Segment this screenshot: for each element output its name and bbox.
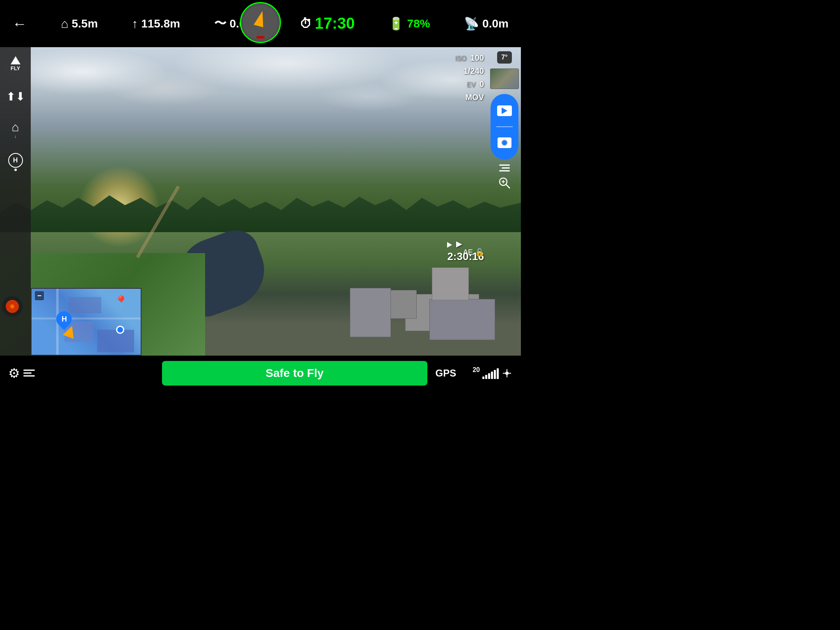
download-button[interactable]: ⬆⬇ xyxy=(3,84,28,109)
rec-icon xyxy=(497,105,512,116)
gear-icon: ⚙ xyxy=(8,365,20,381)
battery-stat: 🔋 78% xyxy=(388,16,430,31)
main-view: FLY ⬆⬇ ⌂ ↓ H ISO 100 1/240 EV 0 MOV xyxy=(0,47,521,356)
sliders-icon xyxy=(499,164,510,171)
timer-value: 17:30 xyxy=(315,15,355,32)
ae-label: AE xyxy=(463,248,473,257)
beacon-icon xyxy=(6,300,19,313)
battery-icon: 🔋 xyxy=(388,16,404,31)
fly-arrow-icon xyxy=(11,56,21,64)
shutter-setting: 1/240 xyxy=(455,64,484,78)
filter-settings-button[interactable] xyxy=(499,164,510,171)
ae-lock-indicator: AE 🔓 xyxy=(463,248,484,257)
bottom-bar: ⚙ Safe to Fly GPS 20 xyxy=(0,356,521,390)
rec-indicator: ▶ xyxy=(447,240,484,249)
minimap[interactable]: − 📍 H xyxy=(31,288,142,356)
signal-bar-2 xyxy=(485,375,487,379)
minimap-user-position xyxy=(116,326,124,334)
pin-dot-icon xyxy=(14,169,17,171)
map-building-3 xyxy=(68,297,101,313)
compass-ring xyxy=(240,2,281,43)
lock-icon: 🔓 xyxy=(475,248,484,257)
satellite-icon xyxy=(501,368,513,379)
iso-setting: ISO 100 xyxy=(455,51,484,64)
home-side-icon: ⌂ xyxy=(11,120,19,134)
signal-bars xyxy=(482,368,499,379)
search-icon xyxy=(498,176,511,189)
back-button[interactable]: ← xyxy=(12,15,27,32)
record-button[interactable] xyxy=(491,94,518,160)
signal-count: 20 xyxy=(472,366,480,374)
building-5 xyxy=(432,267,469,300)
svg-line-1 xyxy=(506,185,510,188)
battery-value: 78% xyxy=(407,17,430,30)
search-zoom-button[interactable] xyxy=(498,176,511,191)
signal-strength-indicator: 20 xyxy=(472,368,513,379)
menu-lines-icon xyxy=(23,370,35,377)
format-value: MOV xyxy=(465,93,484,102)
iso-value: 100 xyxy=(470,53,484,62)
format-setting: MOV xyxy=(455,91,484,104)
top-bar: ← ⌂ 5.5m ↑ 115.8m 〜 0.0m/s ⏱ 17:30 🔋 78%… xyxy=(0,0,521,47)
right-sidebar: 7° xyxy=(488,47,521,356)
beacon-dot xyxy=(10,304,14,308)
timer-stat: ⏱ 17:30 xyxy=(299,15,355,32)
settings-button[interactable]: ⚙ xyxy=(8,365,35,381)
iso-label: ISO xyxy=(455,55,467,62)
altitude-value: 115.8m xyxy=(141,17,180,30)
gps-label: GPS xyxy=(436,368,457,379)
signal-bar-3 xyxy=(488,373,490,379)
rec-divider xyxy=(496,126,513,127)
map-building-2 xyxy=(97,330,134,352)
ev-value: 0 xyxy=(479,80,484,89)
signal-bar-6 xyxy=(497,368,499,379)
altitude-icon: ↑ xyxy=(132,17,138,31)
video-record-icon xyxy=(497,105,512,116)
rec-triangle-icon xyxy=(502,107,507,114)
building-3 xyxy=(350,288,391,337)
home-button[interactable]: ⌂ ↓ xyxy=(3,117,28,142)
play-icon xyxy=(447,242,452,248)
fly-mode-button[interactable]: FLY xyxy=(3,51,28,76)
cam-body xyxy=(498,137,511,148)
signal-icon: 📡 xyxy=(464,16,479,31)
camera-angle-badge: 7° xyxy=(497,51,511,64)
h-circle-icon: H xyxy=(8,153,23,168)
home-distance-value: 5.5m xyxy=(72,17,98,30)
ev-label: EV xyxy=(467,81,475,88)
minimap-location-pin: 📍 xyxy=(114,295,128,308)
home-icon: ⌂ xyxy=(61,17,68,31)
map-road-horizontal xyxy=(32,317,141,320)
signal-bar-1 xyxy=(482,377,484,379)
waypoint-button[interactable]: H xyxy=(3,150,28,174)
altitude-stat: ↑ 115.8m xyxy=(132,17,180,31)
ev-setting: EV 0 xyxy=(455,78,484,91)
minimap-zoom-out-button[interactable]: − xyxy=(35,291,44,300)
signal-bar-5 xyxy=(494,370,496,379)
fly-label: FLY xyxy=(11,65,20,71)
building-4 xyxy=(429,299,495,340)
signal-bar-4 xyxy=(491,372,493,379)
compass-arrow xyxy=(253,10,267,27)
signal-value: 0.0m xyxy=(482,17,509,30)
clouds xyxy=(0,47,521,171)
camera-settings-panel: ISO 100 1/240 EV 0 MOV xyxy=(455,51,484,104)
home-distance-stat: ⌂ 5.5m xyxy=(61,17,98,31)
svg-point-4 xyxy=(505,372,509,375)
signal-stat: 📡 0.0m xyxy=(464,16,509,31)
compass-container xyxy=(240,2,281,43)
camera-capture-icon xyxy=(498,137,511,148)
timer-icon: ⏱ xyxy=(299,17,312,31)
speed-icon: 〜 xyxy=(214,15,226,32)
download-icon: ⬆⬇ xyxy=(6,90,25,103)
beacon-button[interactable] xyxy=(2,296,23,317)
cam-lens xyxy=(501,139,508,146)
shutter-value: 1/240 xyxy=(463,66,484,75)
safe-to-fly-button[interactable]: Safe to Fly xyxy=(162,361,427,386)
treeline xyxy=(0,183,521,232)
home-arrow-icon: ↓ xyxy=(14,134,16,139)
last-photo-thumbnail[interactable] xyxy=(490,68,519,89)
